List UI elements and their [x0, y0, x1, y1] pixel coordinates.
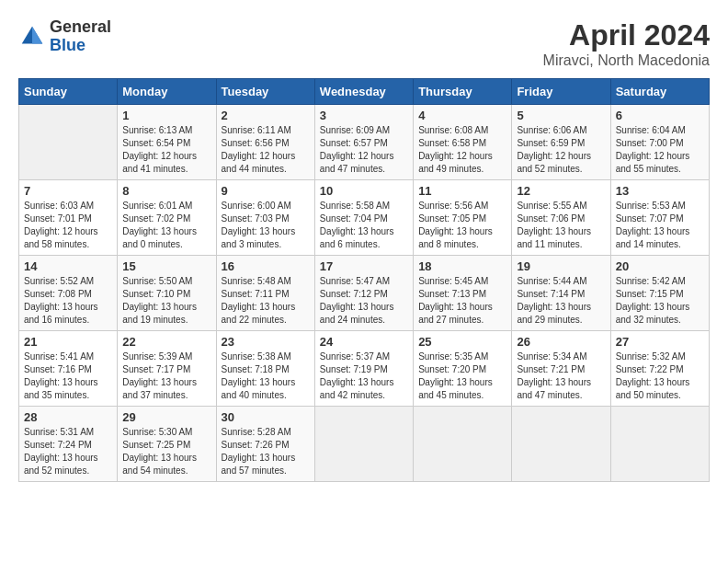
calendar-body: 1Sunrise: 6:13 AMSunset: 6:54 PMDaylight… — [19, 105, 710, 482]
calendar-cell — [512, 407, 610, 482]
day-number: 26 — [517, 335, 605, 349]
calendar-cell: 11Sunrise: 5:56 AMSunset: 7:05 PMDayligh… — [414, 180, 512, 256]
calendar-week-row: 7Sunrise: 6:03 AMSunset: 7:01 PMDaylight… — [19, 180, 710, 256]
calendar-week-row: 28Sunrise: 5:31 AMSunset: 7:24 PMDayligh… — [19, 407, 710, 482]
day-info: Sunrise: 6:13 AMSunset: 6:54 PMDaylight:… — [122, 124, 210, 176]
day-number: 14 — [24, 259, 112, 273]
calendar-cell — [610, 407, 709, 482]
calendar-cell: 26Sunrise: 5:34 AMSunset: 7:21 PMDayligh… — [512, 331, 610, 407]
calendar-cell: 23Sunrise: 5:38 AMSunset: 7:18 PMDayligh… — [216, 331, 314, 407]
day-info: Sunrise: 5:53 AMSunset: 7:07 PMDaylight:… — [616, 200, 704, 251]
day-info: Sunrise: 6:06 AMSunset: 6:59 PMDaylight:… — [517, 124, 605, 176]
calendar-cell: 19Sunrise: 5:44 AMSunset: 7:14 PMDayligh… — [512, 256, 610, 331]
calendar-cell: 7Sunrise: 6:03 AMSunset: 7:01 PMDaylight… — [19, 180, 118, 256]
weekday-header: Monday — [118, 79, 216, 105]
day-info: Sunrise: 5:50 AMSunset: 7:10 PMDaylight:… — [122, 275, 210, 327]
day-info: Sunrise: 6:01 AMSunset: 7:02 PMDaylight:… — [122, 200, 210, 251]
day-number: 17 — [320, 259, 408, 273]
day-info: Sunrise: 5:52 AMSunset: 7:08 PMDaylight:… — [24, 275, 112, 327]
day-number: 4 — [418, 109, 506, 122]
day-info: Sunrise: 5:58 AMSunset: 7:04 PMDaylight:… — [320, 200, 408, 251]
day-number: 20 — [616, 259, 704, 273]
logo: General Blue — [18, 18, 111, 55]
calendar-cell — [314, 407, 413, 482]
calendar-cell: 8Sunrise: 6:01 AMSunset: 7:02 PMDaylight… — [118, 180, 216, 256]
day-info: Sunrise: 5:44 AMSunset: 7:14 PMDaylight:… — [517, 275, 605, 327]
day-number: 1 — [122, 109, 210, 122]
logo-icon — [18, 23, 46, 51]
day-info: Sunrise: 6:00 AMSunset: 7:03 PMDaylight:… — [222, 200, 310, 251]
calendar-cell: 5Sunrise: 6:06 AMSunset: 6:59 PMDaylight… — [512, 105, 610, 180]
day-info: Sunrise: 6:03 AMSunset: 7:01 PMDaylight:… — [24, 200, 112, 251]
day-info: Sunrise: 6:11 AMSunset: 6:56 PMDaylight:… — [222, 124, 310, 176]
calendar-cell: 21Sunrise: 5:41 AMSunset: 7:16 PMDayligh… — [19, 331, 118, 407]
calendar-cell: 28Sunrise: 5:31 AMSunset: 7:24 PMDayligh… — [19, 407, 118, 482]
weekday-header: Sunday — [19, 79, 118, 105]
day-number: 7 — [24, 184, 112, 198]
day-info: Sunrise: 5:45 AMSunset: 7:13 PMDaylight:… — [418, 275, 506, 327]
calendar-week-row: 1Sunrise: 6:13 AMSunset: 6:54 PMDaylight… — [19, 105, 710, 180]
day-number: 2 — [222, 109, 310, 122]
day-number: 22 — [122, 335, 210, 349]
logo-general: General — [50, 18, 111, 37]
day-number: 25 — [418, 335, 506, 349]
day-number: 9 — [222, 184, 310, 198]
day-number: 15 — [122, 259, 210, 273]
day-number: 27 — [616, 335, 704, 349]
calendar-cell — [414, 407, 512, 482]
calendar-cell: 14Sunrise: 5:52 AMSunset: 7:08 PMDayligh… — [19, 256, 118, 331]
page-subtitle: Miravci, North Macedonia — [543, 52, 710, 69]
day-number: 30 — [222, 410, 310, 424]
title-area: April 2024 Miravci, North Macedonia — [543, 18, 710, 69]
calendar-cell: 29Sunrise: 5:30 AMSunset: 7:25 PMDayligh… — [118, 407, 216, 482]
calendar-cell: 2Sunrise: 6:11 AMSunset: 6:56 PMDaylight… — [216, 105, 314, 180]
calendar-cell: 6Sunrise: 6:04 AMSunset: 7:00 PMDaylight… — [610, 105, 709, 180]
weekday-header-row: SundayMondayTuesdayWednesdayThursdayFrid… — [19, 79, 710, 105]
calendar-header: SundayMondayTuesdayWednesdayThursdayFrid… — [19, 79, 710, 105]
day-number: 16 — [222, 259, 310, 273]
header: General Blue April 2024 Miravci, North M… — [18, 18, 710, 69]
calendar-cell: 10Sunrise: 5:58 AMSunset: 7:04 PMDayligh… — [314, 180, 413, 256]
weekday-header: Saturday — [610, 79, 709, 105]
calendar-cell: 15Sunrise: 5:50 AMSunset: 7:10 PMDayligh… — [118, 256, 216, 331]
calendar-cell: 24Sunrise: 5:37 AMSunset: 7:19 PMDayligh… — [314, 331, 413, 407]
calendar-cell: 17Sunrise: 5:47 AMSunset: 7:12 PMDayligh… — [314, 256, 413, 331]
calendar-cell: 9Sunrise: 6:00 AMSunset: 7:03 PMDaylight… — [216, 180, 314, 256]
calendar-cell: 30Sunrise: 5:28 AMSunset: 7:26 PMDayligh… — [216, 407, 314, 482]
svg-marker-1 — [32, 27, 42, 44]
weekday-header: Friday — [512, 79, 610, 105]
day-info: Sunrise: 5:41 AMSunset: 7:16 PMDaylight:… — [24, 350, 112, 402]
day-number: 6 — [616, 109, 704, 122]
calendar-cell: 18Sunrise: 5:45 AMSunset: 7:13 PMDayligh… — [414, 256, 512, 331]
day-info: Sunrise: 5:39 AMSunset: 7:17 PMDaylight:… — [122, 350, 210, 402]
calendar-week-row: 14Sunrise: 5:52 AMSunset: 7:08 PMDayligh… — [19, 256, 710, 331]
day-info: Sunrise: 5:32 AMSunset: 7:22 PMDaylight:… — [616, 350, 704, 402]
page-title: April 2024 — [543, 18, 710, 52]
logo-blue: Blue — [50, 37, 111, 55]
day-number: 10 — [320, 184, 408, 198]
calendar-cell: 1Sunrise: 6:13 AMSunset: 6:54 PMDaylight… — [118, 105, 216, 180]
day-info: Sunrise: 5:34 AMSunset: 7:21 PMDaylight:… — [517, 350, 605, 402]
day-number: 19 — [517, 259, 605, 273]
day-number: 23 — [222, 335, 310, 349]
day-info: Sunrise: 6:08 AMSunset: 6:58 PMDaylight:… — [418, 124, 506, 176]
weekday-header: Wednesday — [314, 79, 413, 105]
day-number: 11 — [418, 184, 506, 198]
day-number: 13 — [616, 184, 704, 198]
day-number: 8 — [122, 184, 210, 198]
day-number: 3 — [320, 109, 408, 122]
calendar-cell: 22Sunrise: 5:39 AMSunset: 7:17 PMDayligh… — [118, 331, 216, 407]
logo-text: General Blue — [50, 18, 111, 55]
calendar-cell: 13Sunrise: 5:53 AMSunset: 7:07 PMDayligh… — [610, 180, 709, 256]
day-number: 24 — [320, 335, 408, 349]
calendar-cell: 20Sunrise: 5:42 AMSunset: 7:15 PMDayligh… — [610, 256, 709, 331]
day-info: Sunrise: 5:30 AMSunset: 7:25 PMDaylight:… — [122, 426, 210, 477]
calendar-cell: 3Sunrise: 6:09 AMSunset: 6:57 PMDaylight… — [314, 105, 413, 180]
day-number: 21 — [24, 335, 112, 349]
day-number: 29 — [122, 410, 210, 424]
calendar-cell: 12Sunrise: 5:55 AMSunset: 7:06 PMDayligh… — [512, 180, 610, 256]
day-info: Sunrise: 5:48 AMSunset: 7:11 PMDaylight:… — [222, 275, 310, 327]
day-info: Sunrise: 5:28 AMSunset: 7:26 PMDaylight:… — [222, 426, 310, 477]
day-info: Sunrise: 5:55 AMSunset: 7:06 PMDaylight:… — [517, 200, 605, 251]
day-info: Sunrise: 6:09 AMSunset: 6:57 PMDaylight:… — [320, 124, 408, 176]
